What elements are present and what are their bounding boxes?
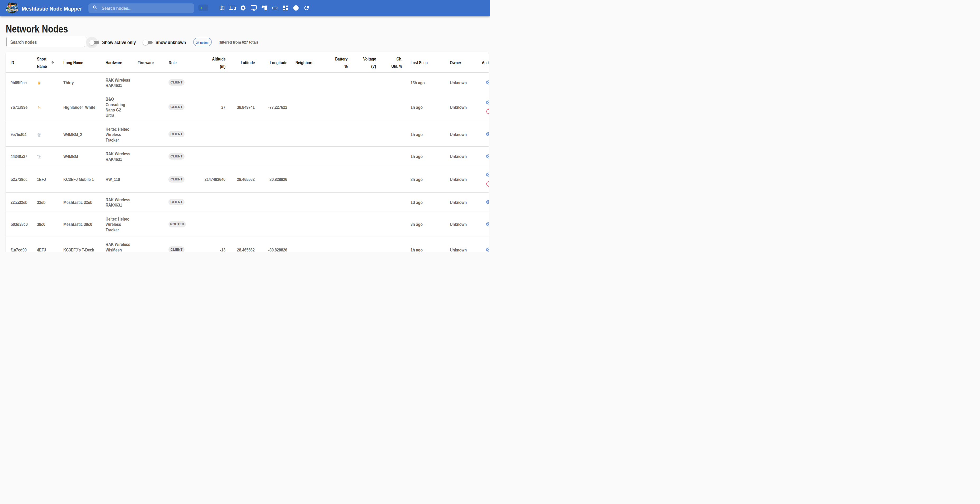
svg-text:NODE MAP: NODE MAP bbox=[8, 11, 17, 13]
svg-text:Meshtastic: Meshtastic bbox=[6, 8, 18, 11]
